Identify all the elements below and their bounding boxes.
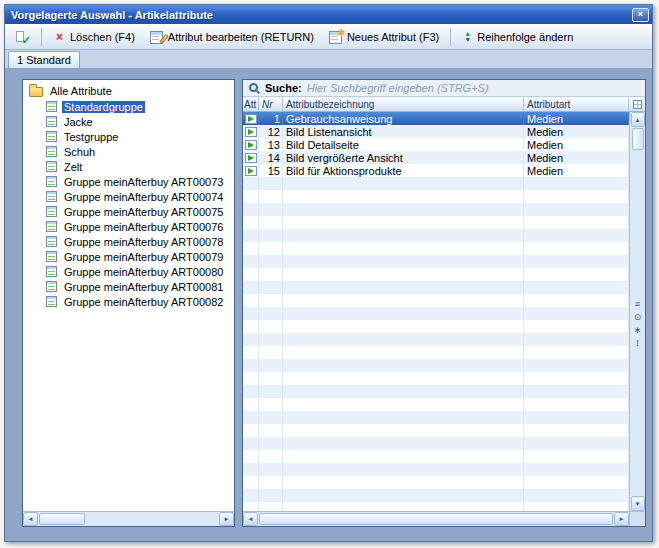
cell-attributbezeichnung: Bild für Aktionsprodukte (283, 164, 524, 177)
attribute-group-icon (46, 176, 57, 187)
column-header-attributbezeichnung[interactable]: Attributbezeichnung (283, 97, 524, 111)
tree-item[interactable]: Schuh (25, 144, 232, 159)
cell-attributart: Medien (524, 125, 629, 138)
edit-attribute-icon (150, 30, 164, 43)
grid-vertical-scrollbar[interactable]: ▲ ≡ ⊙ ∗ (629, 112, 645, 511)
new-button-label: Neues Attribut (F3) (347, 31, 439, 43)
empty-column (259, 177, 283, 511)
tree-item-label: Schuh (62, 146, 97, 158)
cell-attributart: Medien (524, 164, 629, 177)
reorder-button-label: Reihenfolge ändern (477, 31, 573, 43)
scrollbar-annotation-icon[interactable]: ≡ (631, 299, 645, 309)
scrollbar-annotation-icon[interactable]: ! (631, 338, 645, 348)
column-header-label: Att (244, 99, 256, 110)
cell-attributbezeichnung: Bild Listenansicht (283, 125, 524, 138)
attribute-group-icon (46, 206, 57, 217)
attribute-row[interactable]: 13 Bild Detailseite Medien (243, 138, 629, 151)
scrollbar-annotation-icon[interactable]: ∗ (631, 325, 645, 335)
scroll-right-icon: ► (619, 514, 625, 524)
tree-item[interactable]: Gruppe meinAfterbuy ART00081 (25, 279, 232, 294)
attribute-row[interactable]: 1 Gebrauchsanweisung Medien (243, 112, 629, 125)
tree-root-all-attributes[interactable]: Alle Attribute (25, 83, 232, 99)
tree-item[interactable]: Gruppe meinAfterbuy ART00078 (25, 234, 232, 249)
tree-item-label: Standardgruppe (62, 101, 145, 113)
tab-standard[interactable]: 1 Standard (8, 51, 80, 68)
tree-horizontal-scrollbar[interactable]: ◄ ► (23, 511, 234, 526)
media-attribute-icon (245, 153, 257, 163)
attribute-group-icon (46, 266, 57, 277)
new-attribute-button[interactable]: ∗ Neues Attribut (F3) (322, 26, 446, 47)
attribute-row[interactable]: 12 Bild Listenansicht Medien (243, 125, 629, 138)
cell-att (243, 112, 259, 125)
search-icon (248, 82, 260, 94)
content-area: Alle Attribute Standardgruppe (5, 69, 652, 541)
scroll-left-button[interactable]: ◄ (243, 512, 258, 526)
tree-item[interactable]: Jacke (25, 114, 232, 129)
toolbar-separator (450, 28, 451, 46)
tree-item[interactable]: Gruppe meinAfterbuy ART00076 (25, 219, 232, 234)
scroll-left-button[interactable]: ◄ (23, 512, 38, 526)
tree-item[interactable]: Testgruppe (25, 129, 232, 144)
scroll-up-button[interactable]: ▲ (631, 112, 645, 127)
tree-item[interactable]: Gruppe meinAfterbuy ART00073 (25, 174, 232, 189)
tree-item[interactable]: Gruppe meinAfterbuy ART00080 (25, 264, 232, 279)
tree-item[interactable]: Gruppe meinAfterbuy ART00082 (25, 294, 232, 309)
apply-button[interactable]: ✓ (8, 26, 37, 47)
cell-nr: 1 (259, 112, 283, 125)
grid-horizontal-scrollbar[interactable]: ◄ ► (243, 511, 645, 526)
tree-item[interactable]: Gruppe meinAfterbuy ART00074 (25, 189, 232, 204)
grid-empty-area (243, 177, 629, 511)
search-input[interactable]: Hier Suchbegriff eingeben (STRG+S) (307, 82, 640, 94)
cell-att (243, 125, 259, 138)
scroll-right-button[interactable]: ► (614, 512, 629, 526)
tree-item-label: Gruppe meinAfterbuy ART00075 (62, 206, 225, 218)
column-header-attributart[interactable]: Attributart (524, 97, 629, 111)
attribute-group-icon (46, 146, 57, 157)
column-header-att[interactable]: Att (243, 97, 259, 111)
scroll-left-icon: ◄ (248, 514, 254, 524)
delete-icon: × (53, 30, 66, 44)
attribute-row[interactable]: 15 Bild für Aktionsprodukte Medien (243, 164, 629, 177)
scroll-right-button[interactable]: ► (219, 512, 234, 526)
tree-item[interactable]: Zelt (25, 159, 232, 174)
scrollbar-annotation-icon[interactable]: ⊙ (631, 312, 645, 322)
cell-nr: 15 (259, 164, 283, 177)
edit-attribute-button[interactable]: Attribut bearbeiten (RETURN) (143, 26, 321, 47)
tab-strip: 1 Standard (5, 50, 652, 69)
title-bar[interactable]: Vorgelagerte Auswahl - Artikelattribute … (5, 5, 652, 24)
reorder-button[interactable]: ▲ ▼ Reihenfolge ändern (455, 26, 580, 47)
scrollbar-annotations: ≡ ⊙ ∗ ! (631, 299, 645, 348)
scrollbar-track[interactable]: ≡ ⊙ ∗ ! (630, 150, 645, 496)
cell-attributbezeichnung: Gebrauchsanweisung (283, 112, 524, 125)
column-chooser-button[interactable] (629, 97, 645, 111)
close-button[interactable]: × (632, 8, 649, 22)
window-title: Vorgelagerte Auswahl - Artikelattribute (11, 9, 632, 21)
column-header-label: Nr (262, 99, 273, 110)
tree-item[interactable]: Gruppe meinAfterbuy ART00075 (25, 204, 232, 219)
grid-rows-area: 1 Gebrauchsanweisung Medien 12 (243, 112, 629, 511)
attributes-grid-panel: Suche: Hier Suchbegriff eingeben (STRG+S… (242, 79, 646, 527)
scrollbar-thumb[interactable] (632, 128, 644, 150)
dialog-window: Vorgelagerte Auswahl - Artikelattribute … (4, 4, 653, 542)
cell-att (243, 151, 259, 164)
attribute-group-icon (46, 116, 57, 127)
scrollbar-thumb[interactable] (39, 513, 85, 525)
cell-att (243, 164, 259, 177)
attribute-row[interactable]: 14 Bild vergrößerte Ansicht Medien (243, 151, 629, 164)
tree-item[interactable]: Standardgruppe (25, 99, 232, 114)
delete-button[interactable]: × Löschen (F4) (46, 26, 142, 47)
search-bar: Suche: Hier Suchbegriff eingeben (STRG+S… (243, 80, 645, 97)
tree-item[interactable]: Gruppe meinAfterbuy ART00079 (25, 249, 232, 264)
search-label: Suche: (265, 82, 302, 94)
attribute-group-icon (46, 191, 57, 202)
attribute-group-icon (46, 221, 57, 232)
scroll-down-button[interactable]: ▼ (631, 496, 645, 511)
tree-item-label: Gruppe meinAfterbuy ART00076 (62, 221, 225, 233)
scrollbar-thumb[interactable] (259, 513, 613, 525)
attribute-group-icon (46, 251, 57, 262)
tree-item-label: Zelt (62, 161, 84, 173)
column-header-nr[interactable]: Nr (259, 97, 283, 111)
tree-item-label: Jacke (62, 116, 95, 128)
empty-column (283, 177, 524, 511)
empty-column (524, 177, 629, 511)
